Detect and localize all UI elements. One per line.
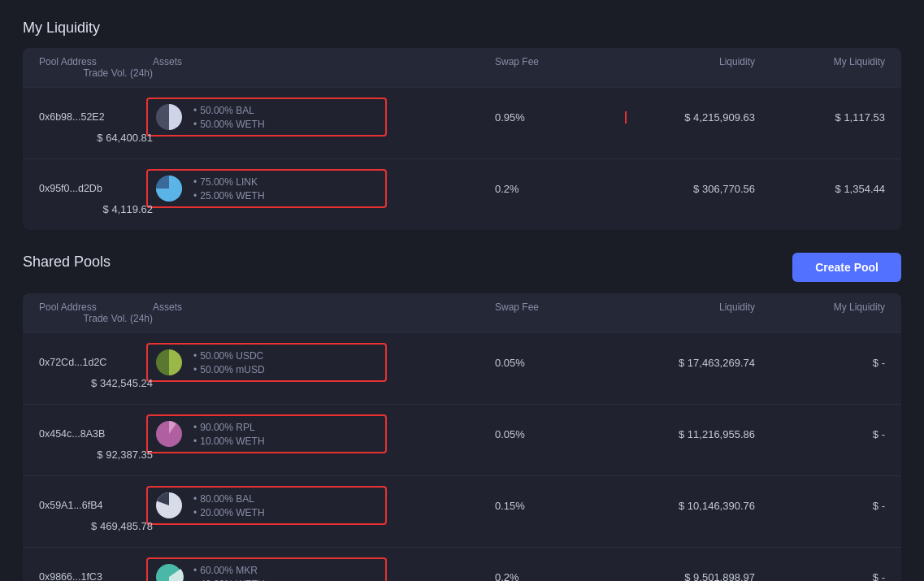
asset-labels: •80.00% BAL •20.00% WETH — [193, 493, 268, 518]
header-my-liquidity: My Liquidity — [755, 56, 885, 67]
table-row: 0x95f0...d2Db •75.00% LINK •25.00% WETH … — [23, 158, 901, 230]
my-liquidity-val: $ - — [755, 500, 885, 512]
trade-vol: $ 4,119.62 — [39, 203, 153, 215]
my-liquidity-val: $ 1,354.44 — [755, 183, 885, 195]
pie-chart — [154, 348, 184, 377]
header-swap-fee: Swap Fee — [495, 301, 625, 313]
shared-pools-header: Pool Address Assets Swap Fee Liquidity M… — [23, 293, 901, 332]
swap-fee: 0.15% — [495, 500, 625, 512]
pool-address: 0x6b98...52E2 — [39, 111, 153, 123]
my-liquidity-val: $ - — [755, 571, 885, 582]
header-swap-fee: Swap Fee — [495, 56, 625, 67]
swap-fee: 0.2% — [495, 571, 625, 582]
pie-chart — [154, 102, 184, 132]
liquidity: $ 4,215,909.63 — [625, 111, 755, 124]
shared-pools-header-row: Shared Pools Create Pool — [23, 253, 901, 282]
table-row: 0x9866...1fC3 •60.00% MKR •40.00% WETH 0… — [23, 547, 901, 581]
my-liquidity-val: $ - — [755, 428, 885, 440]
header-liquidity: Liquidity — [625, 56, 755, 67]
table-row: 0x72Cd...1d2C •50.00% USDC •50.00% mUSD … — [23, 332, 901, 404]
shared-pools-title: Shared Pools — [23, 254, 111, 271]
my-liquidity-header: Pool Address Assets Swap Fee Liquidity M… — [23, 48, 901, 87]
pool-address: 0x454c...8A3B — [39, 428, 153, 440]
assets-cell: •80.00% BAL •20.00% WETH — [146, 486, 387, 525]
assets-cell: •50.00% USDC •50.00% mUSD — [146, 343, 387, 382]
table-row: 0x6b98...52E2 •50.00% BAL •50.00% WETH 0… — [23, 87, 901, 158]
table-row: 0x454c...8A3B •90.00% RPL •10.00% WETH 0… — [23, 404, 901, 475]
assets-cell: •75.00% LINK •25.00% WETH — [146, 169, 387, 208]
assets-cell: •50.00% BAL •50.00% WETH — [146, 98, 387, 137]
header-pool-address: Pool Address — [39, 301, 153, 313]
create-pool-button[interactable]: Create Pool — [792, 253, 901, 282]
liquidity: $ 306,770.56 — [625, 183, 755, 195]
header-empty — [380, 301, 495, 313]
header-empty — [380, 56, 495, 67]
shared-pools-table: Pool Address Assets Swap Fee Liquidity M… — [23, 293, 901, 581]
asset-labels: •50.00% USDC •50.00% mUSD — [193, 350, 268, 375]
assets-cell: •60.00% MKR •40.00% WETH — [146, 557, 387, 581]
pie-chart — [154, 419, 184, 449]
my-liquidity-val: $ 1,117.53 — [755, 111, 885, 124]
header-trade-vol: Trade Vol. (24h) — [39, 313, 153, 324]
header-assets: Assets — [153, 56, 380, 67]
swap-fee: 0.95% — [495, 111, 625, 124]
liquidity: $ 11,216,955.86 — [625, 428, 755, 440]
pool-address: 0x95f0...d2Db — [39, 183, 153, 194]
asset-labels: •90.00% RPL •10.00% WETH — [193, 422, 268, 447]
liquidity: $ 10,146,390.76 — [625, 500, 755, 512]
header-assets: Assets — [153, 301, 380, 313]
swap-fee: 0.05% — [495, 428, 625, 440]
swap-fee: 0.05% — [495, 357, 625, 369]
liquidity: $ 9,501,898.97 — [625, 571, 755, 582]
header-my-liquidity: My Liquidity — [755, 301, 885, 313]
assets-cell: •90.00% RPL •10.00% WETH — [146, 414, 387, 453]
pie-chart — [154, 491, 184, 520]
trade-vol: $ 469,485.78 — [39, 520, 153, 532]
header-liquidity: Liquidity — [625, 301, 755, 313]
my-liquidity-title: My Liquidity — [23, 20, 901, 37]
table-row: 0x59A1...6fB4 •80.00% BAL •20.00% WETH 0… — [23, 475, 901, 547]
pool-address: 0x59A1...6fB4 — [39, 500, 153, 511]
header-pool-address: Pool Address — [39, 56, 153, 67]
trade-vol: $ 92,387.35 — [39, 449, 153, 461]
trade-vol: $ 64,400.81 — [39, 132, 153, 144]
asset-labels: •75.00% LINK •25.00% WETH — [193, 176, 268, 202]
my-liquidity-table: Pool Address Assets Swap Fee Liquidity M… — [23, 48, 901, 230]
header-trade-vol: Trade Vol. (24h) — [39, 67, 153, 79]
asset-labels: •60.00% MKR •40.00% WETH — [193, 565, 268, 582]
my-liquidity-val: $ - — [755, 357, 885, 369]
pie-chart — [154, 174, 184, 203]
pool-address: 0x9866...1fC3 — [39, 571, 153, 581]
pool-address: 0x72Cd...1d2C — [39, 357, 153, 368]
asset-labels: •50.00% BAL •50.00% WETH — [193, 105, 268, 130]
trade-vol: $ 342,545.24 — [39, 377, 153, 389]
swap-fee: 0.2% — [495, 183, 625, 195]
liquidity: $ 17,463,269.74 — [625, 357, 755, 369]
pie-chart — [154, 562, 184, 581]
